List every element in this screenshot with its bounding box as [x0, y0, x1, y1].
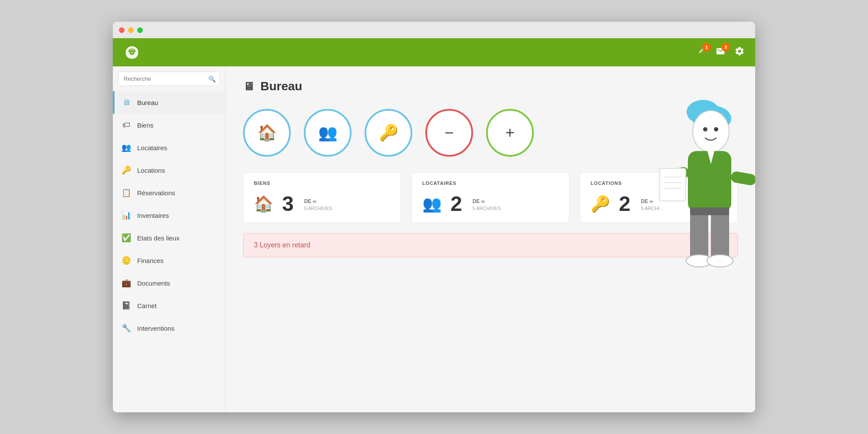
app-window: 1 3 🔍 🖥Bureau🏷Biens👥Locataires🔑: [113, 22, 755, 412]
nav-label-biens: Biens: [137, 122, 154, 129]
circle-btn-home[interactable]: 🏠: [243, 109, 291, 157]
stat-detail-locataires: DE ∞ 5 ARCHIVES: [473, 194, 501, 212]
action-circles: 🏠👥🔑−+: [243, 109, 738, 157]
nav-icon-inventaires: 📊: [122, 210, 131, 220]
search-input[interactable]: [118, 72, 220, 86]
nav-list: 🖥Bureau🏷Biens👥Locataires🔑Locations📋Réser…: [113, 91, 225, 412]
settings-button[interactable]: [734, 46, 745, 59]
sidebar-item-documents[interactable]: 💼Documents: [113, 272, 225, 294]
page-title: 🖥 Bureau: [243, 79, 738, 93]
stat-body-locataires: 👥 2 DE ∞ 5 ARCHIVES: [422, 194, 559, 214]
sidebar-item-inventaires[interactable]: 📊Inventaires: [113, 204, 225, 227]
search-icon: 🔍: [208, 76, 216, 82]
nav-label-locataires: Locataires: [137, 144, 167, 151]
stat-title-biens: BIENS: [254, 181, 390, 186]
nav-icon-reservations: 📋: [122, 188, 131, 197]
app-body: 🔍 🖥Bureau🏷Biens👥Locataires🔑Locations📋Rés…: [113, 66, 755, 412]
stat-de-inf-locataires: DE ∞: [473, 198, 501, 205]
stat-body-biens: 🏠 3 DE ∞ 5 ARCHIVES: [254, 194, 390, 214]
page-title-icon: 🖥: [243, 80, 254, 93]
nav-label-finances: Finances: [137, 257, 164, 264]
main-content: 🖥 Bureau 🏠👥🔑−+ BIENS 🏠 3 DE ∞ 5 ARCHIVES…: [226, 66, 755, 412]
pin-button[interactable]: 1: [697, 46, 707, 59]
stat-number-locataires: 2: [450, 194, 462, 214]
stat-title-locations: LOCATIONS: [591, 181, 727, 186]
nav-label-interventions: Interventions: [137, 325, 174, 332]
alert-text: 3 Loyers en retard: [254, 241, 310, 249]
stats-row: BIENS 🏠 3 DE ∞ 5 ARCHIVES LOCATAIRES 👥 2…: [243, 172, 738, 223]
sidebar-item-etats[interactable]: ✅Etats des lieux: [113, 227, 225, 249]
sidebar-item-biens[interactable]: 🏷Biens: [113, 114, 225, 136]
nav-icon-locations: 🔑: [122, 165, 131, 175]
nav-icon-locataires: 👥: [122, 143, 131, 152]
close-button[interactable]: [119, 27, 125, 33]
nav-label-carnet: Carnet: [137, 302, 157, 309]
sidebar-item-reservations[interactable]: 📋Réservations: [113, 181, 225, 204]
page-title-text: Bureau: [260, 79, 302, 93]
search-box: 🔍: [118, 72, 220, 86]
nav-icon-bureau: 🖥: [122, 98, 131, 107]
nav-icon-finances: 🪙: [122, 256, 131, 265]
nav-label-bureau: Bureau: [137, 99, 158, 106]
stat-de-inf-locations: DE ∞: [641, 198, 664, 205]
header-bar: 1 3: [113, 38, 755, 66]
title-bar: [113, 22, 755, 38]
sidebar-item-finances[interactable]: 🪙Finances: [113, 249, 225, 272]
sidebar-item-interventions[interactable]: 🔧Interventions: [113, 317, 225, 339]
alert-banner: 3 Loyers en retard: [243, 233, 738, 257]
maximize-button[interactable]: [137, 27, 143, 33]
stat-archives-locations: 5 ARCHI...: [641, 205, 664, 212]
stat-icon-biens: 🏠: [254, 195, 273, 213]
circle-btn-key[interactable]: 🔑: [365, 109, 412, 157]
stat-detail-biens: DE ∞ 5 ARCHIVES: [304, 194, 332, 212]
stat-title-locataires: LOCATAIRES: [422, 181, 559, 186]
pin-badge: 1: [702, 43, 711, 52]
nav-icon-etats: ✅: [122, 233, 131, 243]
nav-icon-documents: 💼: [122, 278, 131, 288]
sidebar-item-locataires[interactable]: 👥Locataires: [113, 136, 225, 159]
nav-icon-biens: 🏷: [122, 121, 131, 130]
stat-number-locations: 2: [619, 194, 631, 214]
stat-de-inf-biens: DE ∞: [304, 198, 332, 205]
nav-label-inventaires: Inventaires: [137, 212, 169, 219]
stat-archives-biens: 5 ARCHIVES: [304, 205, 332, 212]
mail-badge: 3: [721, 43, 730, 52]
circle-btn-minus[interactable]: −: [425, 109, 473, 157]
stat-body-locations: 🔑 2 DE ∞ 5 ARCHI...: [591, 194, 727, 214]
stat-card-biens: BIENS 🏠 3 DE ∞ 5 ARCHIVES: [243, 172, 401, 223]
header-actions: 1 3: [697, 46, 745, 59]
nav-icon-carnet: 📓: [122, 301, 131, 310]
nav-label-locations: Locations: [137, 167, 165, 174]
nav-label-documents: Documents: [137, 279, 170, 287]
stat-card-locataires: LOCATAIRES 👥 2 DE ∞ 5 ARCHIVES: [411, 172, 569, 223]
stat-archives-locataires: 5 ARCHIVES: [473, 205, 501, 212]
sidebar-item-locations[interactable]: 🔑Locations: [113, 159, 225, 181]
nav-label-etats: Etats des lieux: [137, 234, 180, 242]
logo[interactable]: [123, 44, 141, 61]
sidebar: 🔍 🖥Bureau🏷Biens👥Locataires🔑Locations📋Rés…: [113, 66, 226, 412]
nav-label-reservations: Réservations: [137, 189, 175, 197]
stat-icon-locations: 🔑: [591, 195, 610, 213]
mail-button[interactable]: 3: [715, 46, 726, 59]
sidebar-item-bureau[interactable]: 🖥Bureau: [113, 91, 225, 114]
stat-icon-locataires: 👥: [422, 195, 442, 213]
stat-card-locations: LOCATIONS 🔑 2 DE ∞ 5 ARCHI...: [580, 172, 738, 223]
minimize-button[interactable]: [128, 27, 134, 33]
stat-detail-locations: DE ∞ 5 ARCHI...: [641, 194, 664, 212]
circle-btn-tenants[interactable]: 👥: [304, 109, 352, 157]
sidebar-item-carnet[interactable]: 📓Carnet: [113, 294, 225, 317]
circle-btn-plus[interactable]: +: [486, 109, 534, 157]
nav-icon-interventions: 🔧: [122, 323, 131, 333]
stat-number-biens: 3: [282, 194, 294, 214]
